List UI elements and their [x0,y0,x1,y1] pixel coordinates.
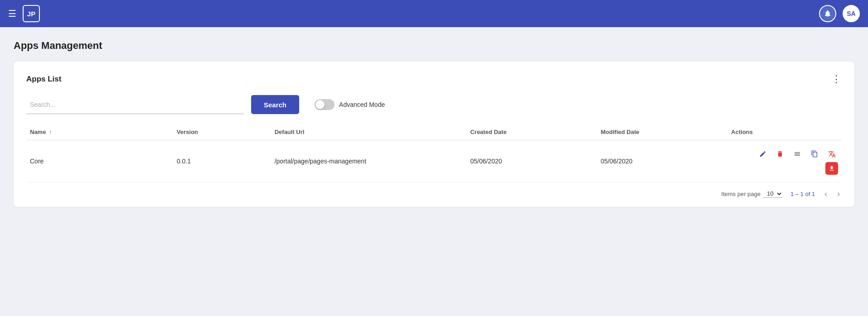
advanced-mode-label: Advanced Mode [339,101,385,108]
table-header: Name ↑ Version Default Url Created Date … [26,124,842,140]
cell-name: Core [26,140,173,182]
th-actions: Actions [727,124,842,140]
bell-icon [824,10,832,18]
cell-created-date: 05/06/2020 [466,140,597,182]
th-default-url: Default Url [271,124,467,140]
search-input[interactable] [26,95,244,114]
table-body: Core 0.0.1 /portal/page/pages-management… [26,140,842,182]
search-row: Search Advanced Mode [26,95,842,114]
cell-modified-date: 05/06/2020 [597,140,727,182]
action-row-bottom [825,162,838,175]
th-name: Name ↑ [26,124,173,140]
search-button[interactable]: Search [251,95,299,114]
pagination-row: Items per page 5 10 25 50 1 – 1 of 1 ‹ › [26,182,842,198]
sort-arrow-name[interactable]: ↑ [49,129,52,135]
cell-default-url: /portal/page/pages-management [271,140,467,182]
actions-cell [731,148,838,175]
action-row-top [756,148,838,160]
per-page-select[interactable]: 5 10 25 50 [763,190,783,198]
menu-action-icon[interactable] [791,148,804,160]
user-avatar[interactable]: SA [843,5,860,22]
page-title: Apps Management [14,40,854,52]
topnav: ☰ JP SA [0,0,868,27]
translate-action-icon[interactable] [825,148,838,160]
topnav-right: SA [819,5,860,22]
edit-action-icon[interactable] [756,148,769,160]
next-page-button[interactable]: › [835,190,842,198]
toggle-thumb [315,100,325,109]
download-action-icon[interactable] [825,162,838,175]
topnav-left: ☰ JP [8,5,40,22]
cell-version: 0.0.1 [173,140,271,182]
logo-shield: JP [23,5,40,22]
th-version: Version [173,124,271,140]
page-body: Apps Management Apps List ⋮ Search Advan… [0,27,868,220]
table-row: Core 0.0.1 /portal/page/pages-management… [26,140,842,182]
more-options-icon[interactable]: ⋮ [831,74,842,84]
th-modified-date: Modified Date [597,124,727,140]
th-created-date: Created Date [466,124,597,140]
prev-page-button[interactable]: ‹ [823,190,829,198]
advanced-mode-toggle[interactable] [315,99,335,110]
table-header-row: Name ↑ Version Default Url Created Date … [26,124,842,140]
page-range-info: 1 – 1 of 1 [789,191,816,197]
items-per-page-label: Items per page [721,191,761,197]
delete-action-icon[interactable] [774,148,786,160]
copy-action-icon[interactable] [808,148,821,160]
advanced-mode-toggle-wrap: Advanced Mode [315,99,385,110]
apps-table: Name ↑ Version Default Url Created Date … [26,124,842,182]
hamburger-icon[interactable]: ☰ [8,8,16,19]
card-title: Apps List [26,75,61,84]
notification-button[interactable] [819,5,836,22]
cell-actions [727,140,842,182]
card-header: Apps List ⋮ [26,74,842,84]
items-per-page: Items per page 5 10 25 50 [721,190,783,198]
apps-list-card: Apps List ⋮ Search Advanced Mode Name ↑ [14,62,854,207]
